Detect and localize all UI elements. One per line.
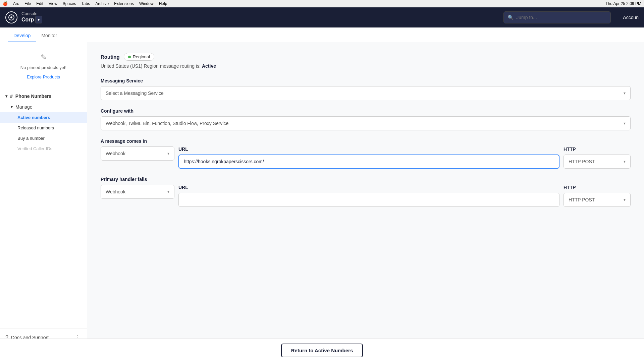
webhook-select[interactable]: Webhook ▾ [101, 146, 174, 161]
archive-menu[interactable]: Archive [95, 1, 109, 6]
http-col-2: HTTP HTTP POST ▾ [564, 185, 631, 207]
webhook-col: Webhook ▾ [101, 146, 174, 161]
datetime: Thu Apr 25 2:09 PM [605, 1, 641, 6]
url-label: URL [178, 146, 559, 152]
messaging-service-group: Messaging Service Select a Messaging Ser… [101, 78, 631, 100]
released-numbers-label: Released numbers [17, 125, 54, 130]
tabs-row: Develop Monitor [0, 27, 644, 42]
main-content: Routing Regional United States (US1) Reg… [87, 42, 644, 362]
apple-menu[interactable]: 🍎 [3, 1, 8, 6]
messaging-service-select[interactable]: Select a Messaging Service ▾ [101, 86, 631, 100]
tabs-menu[interactable]: Tabs [82, 1, 90, 6]
sidebar-item-buy-number[interactable]: Buy a number [0, 133, 87, 143]
chevron-down-icon-webhook-2: ▾ [167, 189, 169, 194]
chevron-down-icon-webhook: ▾ [167, 151, 169, 156]
logo-icon[interactable] [5, 11, 17, 23]
manage-label: Manage [15, 104, 33, 110]
arc-menu[interactable]: Arc [13, 1, 19, 6]
hash-icon: # [10, 94, 13, 99]
sidebar-item-manage[interactable]: ▾ Manage [0, 102, 87, 112]
chevron-down-icon-manage: ▾ [11, 105, 13, 109]
url-input[interactable] [178, 155, 559, 169]
tab-monitor[interactable]: Monitor [36, 29, 62, 42]
configure-with-group: Configure with Webhook, TwiML Bin, Funct… [101, 108, 631, 130]
http-select-2[interactable]: HTTP POST ▾ [564, 193, 631, 207]
no-pinned-text: No pinned products yet! [5, 64, 82, 71]
phone-numbers-section: ▾ # Phone Numbers ▾ Manage Active number… [0, 88, 87, 157]
phone-numbers-label: Phone Numbers [15, 94, 51, 99]
region-dot-icon [128, 56, 131, 58]
active-numbers-label: Active numbers [17, 115, 50, 120]
primary-handler-fails-label: Primary handler fails [101, 177, 631, 182]
search-bar: 🔍 [503, 11, 611, 23]
bottom-bar: Return to Active Numbers [0, 339, 644, 362]
url-col: URL [178, 146, 559, 169]
message-comes-in-group: A message comes in Webhook ▾ URL HTTP [101, 138, 631, 169]
webhook-option-2: Webhook [106, 189, 125, 194]
routing-row: Routing Regional [101, 53, 631, 61]
regional-label: Regional [133, 54, 150, 59]
explore-products-link[interactable]: Explore Products [27, 74, 60, 79]
sidebar-item-active-numbers[interactable]: Active numbers [0, 112, 87, 123]
chevron-down-icon-http-2: ▾ [624, 197, 626, 202]
url-label-2: URL [178, 185, 559, 190]
spaces-menu[interactable]: Spaces [63, 1, 76, 6]
console-label: Console [21, 11, 42, 16]
primary-handler-fails-group: Primary handler fails Webhook ▾ URL HTTP [101, 177, 631, 207]
http-label: HTTP [564, 146, 631, 152]
sidebar-item-released-numbers[interactable]: Released numbers [0, 123, 87, 133]
verified-caller-ids-label: Verified Caller IDs [17, 146, 52, 151]
configure-with-placeholder: Webhook, TwiML Bin, Function, Studio Flo… [106, 121, 228, 126]
webhook-col-2: Webhook ▾ [101, 185, 174, 199]
message-comes-in-label: A message comes in [101, 138, 631, 144]
http-select[interactable]: HTTP POST ▾ [564, 155, 631, 169]
view-menu[interactable]: View [49, 1, 57, 6]
sidebar-pinned-section: ✎ No pinned products yet! Explore Produc… [0, 42, 87, 88]
configure-with-select[interactable]: Webhook, TwiML Bin, Function, Studio Flo… [101, 116, 631, 130]
return-to-active-numbers-button[interactable]: Return to Active Numbers [281, 344, 363, 357]
chevron-down-icon: ▾ [5, 94, 7, 99]
chevron-down-icon-configure: ▾ [624, 121, 626, 126]
help-menu[interactable]: Help [159, 1, 167, 6]
corp-dropdown[interactable]: ▾ [35, 16, 42, 24]
mac-menu-bar: 🍎 Arc File Edit View Spaces Tabs Archive… [0, 0, 644, 7]
sidebar: ✎ No pinned products yet! Explore Produc… [0, 42, 87, 362]
search-input[interactable] [516, 15, 606, 20]
window-menu[interactable]: Window [139, 1, 154, 6]
chevron-down-icon-http: ▾ [624, 159, 626, 164]
url-col-2: URL [178, 185, 559, 207]
messaging-service-label: Messaging Service [101, 78, 631, 83]
account-label[interactable]: Accoun [623, 15, 639, 20]
buy-number-label: Buy a number [17, 136, 45, 141]
http-post-option-2: HTTP POST [569, 197, 595, 202]
routing-status: Active [202, 63, 216, 69]
webhook-option: Webhook [106, 151, 125, 156]
pin-icon: ✎ [5, 53, 82, 62]
sidebar-item-verified-caller-ids[interactable]: Verified Caller IDs [0, 143, 87, 154]
top-navigation: Console Corp ▾ 🔍 Accoun [0, 7, 644, 27]
extensions-menu[interactable]: Extensions [114, 1, 134, 6]
routing-label: Routing [101, 54, 120, 60]
messaging-service-placeholder: Select a Messaging Service [106, 90, 164, 96]
http-post-option: HTTP POST [569, 159, 595, 164]
file-menu[interactable]: File [24, 1, 31, 6]
search-icon: 🔍 [508, 15, 514, 20]
chevron-down-icon: ▾ [624, 91, 626, 96]
edit-menu[interactable]: Edit [36, 1, 43, 6]
http-label-2: HTTP [564, 185, 631, 190]
routing-description: United States (US1) Region message routi… [101, 63, 631, 69]
tab-develop[interactable]: Develop [8, 29, 36, 42]
webhook-select-2[interactable]: Webhook ▾ [101, 185, 174, 199]
sidebar-item-phone-numbers[interactable]: ▾ # Phone Numbers [0, 91, 87, 102]
configure-with-label: Configure with [101, 108, 631, 114]
svg-point-1 [10, 16, 12, 18]
corp-label[interactable]: Corp [21, 16, 34, 23]
http-col: HTTP HTTP POST ▾ [564, 146, 631, 169]
main-layout: ✎ No pinned products yet! Explore Produc… [0, 42, 644, 362]
url-input-2[interactable] [178, 193, 559, 207]
regional-badge[interactable]: Regional [124, 53, 154, 61]
